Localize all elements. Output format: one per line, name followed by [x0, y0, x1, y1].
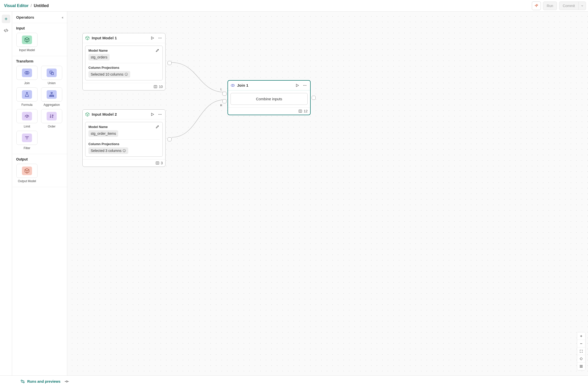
center-button[interactable]: [577, 355, 585, 363]
model-name-label: Model Name: [88, 125, 108, 129]
node-join-1[interactable]: Join 1 Combine inputs 12 L R: [227, 80, 311, 115]
operator-input-model[interactable]: Input Model: [16, 33, 38, 52]
breadcrumb-title[interactable]: Untitled: [34, 4, 49, 8]
canvas[interactable]: Input Model 1 Model Name stg_order: [67, 12, 588, 375]
filter-icon: [24, 135, 30, 141]
node-title: Join 1: [237, 83, 292, 88]
projections-value[interactable]: Selected 3 columns: [88, 147, 128, 154]
union-icon: [49, 70, 54, 76]
output-port[interactable]: [312, 96, 316, 100]
operator-output-model[interactable]: Output Model: [16, 164, 38, 183]
gauge-icon: [24, 113, 30, 119]
commit-dropdown[interactable]: [579, 2, 586, 10]
output-port[interactable]: [168, 137, 172, 141]
breadcrumb: Visual Editor / Untitled: [4, 4, 49, 8]
commit-graph-icon[interactable]: [64, 379, 70, 384]
operator-order[interactable]: Order: [41, 109, 62, 128]
collapse-sidebar-button[interactable]: ‹‹: [62, 15, 63, 19]
code-icon: [4, 28, 9, 33]
operator-filter[interactable]: Filter: [16, 131, 38, 150]
operator-formula[interactable]: Formula: [16, 87, 38, 107]
operator-label: Join: [24, 81, 30, 85]
projections-label: Column Projections: [88, 142, 159, 146]
sidebar-section-input: Input Input Model: [12, 23, 67, 56]
svg-rect-18: [156, 162, 159, 165]
cube-icon: [85, 112, 90, 117]
operator-join[interactable]: Join: [16, 66, 38, 85]
code-view-button[interactable]: [3, 28, 9, 33]
svg-rect-5: [50, 96, 51, 97]
zoom-in-button[interactable]: [577, 332, 585, 340]
projections-value[interactable]: Selected 10 columns: [88, 71, 130, 78]
bottombar: Runs and previews: [0, 375, 588, 387]
plus-icon: [4, 17, 8, 21]
edit-model-button[interactable]: [155, 125, 159, 129]
svg-rect-7: [53, 96, 54, 97]
svg-point-9: [158, 38, 159, 38]
breadcrumb-app[interactable]: Visual Editor: [4, 4, 29, 8]
svg-point-14: [158, 114, 159, 115]
node-input-model-1[interactable]: Input Model 1 Model Name stg_order: [82, 33, 166, 90]
node-title: Input Model 2: [92, 112, 148, 117]
port-label-r: R: [220, 104, 222, 107]
runs-icon: [20, 379, 25, 384]
plus-icon: [579, 334, 583, 338]
sidebar-section-transform: Transform Join Union: [12, 56, 67, 154]
add-button[interactable]: [2, 15, 10, 23]
sparkle-button[interactable]: [532, 2, 541, 10]
zoom-out-button[interactable]: [577, 340, 585, 347]
more-icon: [303, 83, 307, 87]
port-label-l: L: [220, 88, 222, 91]
operator-limit[interactable]: Limit: [16, 109, 38, 128]
svg-rect-24: [299, 110, 302, 113]
svg-point-23: [306, 85, 306, 86]
flask-icon: [24, 92, 30, 97]
order-icon: [49, 113, 54, 119]
grid-button[interactable]: [577, 363, 585, 370]
sidebar-title: Operators: [16, 15, 34, 19]
svg-point-10: [160, 38, 160, 38]
node-run-button[interactable]: [150, 112, 155, 117]
node-more-button[interactable]: [157, 35, 163, 41]
operator-union[interactable]: Union: [41, 66, 62, 85]
runs-previews-button[interactable]: Runs and previews: [20, 379, 60, 384]
run-button[interactable]: Run: [543, 2, 557, 10]
operator-label: Filter: [24, 146, 30, 150]
operator-label: Input Model: [19, 48, 35, 52]
commit-button[interactable]: Commit: [559, 2, 579, 10]
node-run-button[interactable]: [295, 83, 300, 88]
svg-rect-13: [154, 85, 157, 88]
operator-aggregation[interactable]: Aggregation: [41, 87, 62, 107]
svg-point-22: [305, 85, 305, 86]
model-name-label: Model Name: [88, 49, 108, 52]
info-icon: [124, 73, 128, 76]
commit-group: Commit: [559, 2, 586, 10]
column-count: 10: [159, 85, 163, 89]
svg-point-15: [160, 114, 160, 115]
svg-point-16: [161, 114, 161, 115]
fullscreen-button[interactable]: [577, 347, 585, 355]
column-count: 12: [304, 109, 308, 113]
operator-label: Formula: [21, 103, 32, 107]
input-port-right[interactable]: [222, 99, 226, 103]
target-icon: [579, 357, 583, 361]
node-run-button[interactable]: [150, 35, 155, 41]
svg-rect-29: [581, 367, 582, 368]
node-input-model-2[interactable]: Input Model 2 Model Name stg_order: [82, 109, 166, 167]
more-icon: [158, 36, 162, 40]
operator-label: Output Model: [18, 179, 36, 183]
combine-inputs-button[interactable]: Combine inputs: [231, 93, 308, 105]
runs-previews-label: Runs and previews: [27, 379, 60, 383]
output-port[interactable]: [168, 61, 172, 65]
node-more-button[interactable]: [157, 112, 163, 117]
edit-model-button[interactable]: [155, 48, 159, 52]
columns-icon: [298, 109, 302, 113]
grid-icon: [579, 365, 583, 368]
svg-point-21: [303, 85, 304, 86]
input-port-left[interactable]: [222, 92, 226, 96]
model-name-value[interactable]: stg_orders: [88, 54, 110, 60]
model-name-value[interactable]: stg_order_items: [88, 130, 118, 137]
node-more-button[interactable]: [302, 83, 308, 88]
svg-rect-3: [51, 72, 53, 75]
svg-rect-6: [51, 96, 52, 97]
